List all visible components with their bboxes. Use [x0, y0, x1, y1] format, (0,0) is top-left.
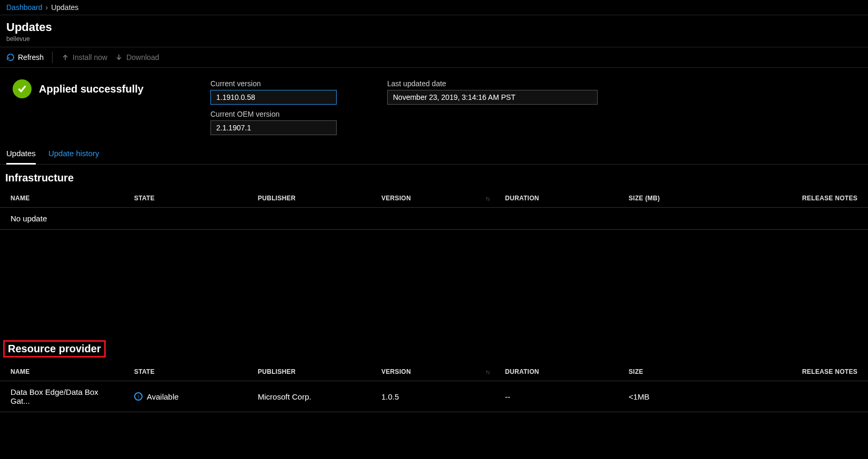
install-now-label: Install now [73, 53, 107, 62]
toolbar-divider [52, 52, 53, 63]
last-updated-label: Last updated date [387, 79, 598, 88]
page-title: Updates [6, 21, 862, 34]
col-name[interactable]: NAME [0, 363, 124, 381]
col-state[interactable]: STATE [124, 363, 247, 381]
col-version[interactable]: VERSION ↑↓ [371, 363, 494, 381]
install-now-button[interactable]: Install now [61, 53, 107, 62]
breadcrumb: Dashboard › Updates [0, 0, 868, 15]
col-size-mb[interactable]: SIZE (MB) [618, 189, 742, 208]
upload-icon [61, 53, 69, 62]
chevron-right-icon: › [46, 3, 48, 12]
no-update-text: No update [0, 208, 868, 230]
refresh-label: Refresh [18, 53, 44, 62]
download-label: Download [126, 53, 159, 62]
col-version-label: VERSION [381, 195, 411, 202]
oem-version-label: Current OEM version [210, 110, 337, 118]
current-version-field[interactable]: 1.1910.0.58 [210, 90, 337, 105]
col-release-notes[interactable]: RELEASE NOTES [742, 189, 868, 208]
tab-update-history[interactable]: Update history [48, 149, 99, 164]
tab-strip: Updates Update history [0, 141, 868, 165]
resource-provider-table: NAME STATE PUBLISHER VERSION ↑↓ DURATION… [0, 363, 868, 412]
cell-state-text: Available [147, 392, 179, 401]
sort-icon: ↑↓ [486, 195, 489, 201]
cell-version: 1.0.5 [371, 381, 494, 412]
col-version[interactable]: VERSION ↑↓ [371, 189, 494, 208]
page-subtitle: bellevue [6, 35, 862, 43]
col-release-notes[interactable]: RELEASE NOTES [742, 363, 868, 381]
col-duration[interactable]: DURATION [494, 363, 618, 381]
download-button[interactable]: Download [115, 53, 159, 62]
col-version-label: VERSION [381, 368, 411, 375]
tab-updates[interactable]: Updates [6, 149, 36, 165]
col-publisher[interactable]: PUBLISHER [247, 189, 371, 208]
success-icon [13, 79, 32, 98]
available-icon: ↑ [134, 392, 143, 401]
status-message: Applied successfully [39, 83, 144, 95]
page-header: Updates bellevue [0, 15, 868, 47]
current-version-label: Current version [210, 79, 337, 88]
infrastructure-table: NAME STATE PUBLISHER VERSION ↑↓ DURATION… [0, 189, 868, 230]
col-size[interactable]: SIZE [618, 363, 742, 381]
col-duration[interactable]: DURATION [494, 189, 618, 208]
cell-state: ↑ Available [124, 381, 247, 412]
cell-duration: -- [494, 381, 618, 412]
sort-icon: ↑↓ [486, 369, 489, 375]
cell-release-notes [742, 381, 868, 412]
cell-size: <1MB [618, 381, 742, 412]
toolbar: Refresh Install now Download [0, 47, 868, 68]
breadcrumb-current: Updates [51, 3, 78, 12]
infrastructure-heading: Infrastructure [0, 165, 868, 189]
status-panel: Applied successfully Current version 1.1… [0, 68, 868, 141]
breadcrumb-dashboard-link[interactable]: Dashboard [6, 3, 43, 12]
cell-name: Data Box Edge/Data Box Gat... [0, 381, 124, 412]
col-state[interactable]: STATE [124, 189, 247, 208]
table-row: No update [0, 208, 868, 230]
oem-version-field[interactable]: 2.1.1907.1 [210, 120, 337, 135]
last-updated-field[interactable]: November 23, 2019, 3:14:16 AM PST [387, 90, 598, 105]
col-publisher[interactable]: PUBLISHER [247, 363, 371, 381]
col-name[interactable]: NAME [0, 189, 124, 208]
cell-publisher: Microsoft Corp. [247, 381, 371, 412]
table-row[interactable]: Data Box Edge/Data Box Gat... ↑ Availabl… [0, 381, 868, 412]
resource-provider-heading: Resource provider [3, 340, 106, 358]
refresh-icon [6, 53, 15, 62]
refresh-button[interactable]: Refresh [6, 53, 44, 62]
download-icon [115, 53, 123, 62]
